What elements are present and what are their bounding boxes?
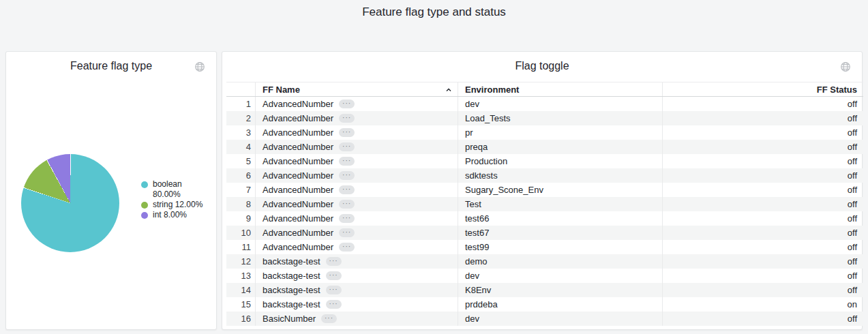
ff-name-text: AdvancedNumber (263, 140, 333, 154)
table-row: 3AdvancedNumber···proff (226, 125, 863, 140)
ff-status-cell: off (662, 226, 861, 240)
ff-name-text: AdvancedNumber (263, 168, 333, 183)
row-number-cell: 7 (226, 183, 255, 197)
row-number-cell: 12 (226, 254, 255, 269)
environment-cell: Test (458, 197, 662, 211)
row-number-cell: 9 (226, 211, 255, 226)
row-actions-ellipsis[interactable]: ··· (326, 286, 342, 294)
row-number-cell: 14 (226, 283, 255, 297)
row-actions-ellipsis[interactable]: ··· (326, 300, 342, 309)
ff-status-cell: off (662, 140, 861, 154)
legend-item-string[interactable]: string 12.00% (141, 200, 203, 210)
legend-item-int[interactable]: int 8.00% (141, 210, 203, 220)
row-actions-ellipsis[interactable]: ··· (339, 185, 355, 194)
row-number-cell: 3 (226, 125, 255, 140)
ff-name-text: backstage-test (263, 269, 320, 283)
pie-chart (21, 154, 119, 252)
table-row: 2AdvancedNumber···Load_Testsoff (226, 111, 863, 125)
row-actions-ellipsis[interactable]: ··· (339, 128, 355, 137)
table-row: 12backstage-test···demooff (226, 254, 863, 269)
column-header-ff-status[interactable]: FF Status (662, 82, 861, 96)
row-actions-ellipsis[interactable]: ··· (339, 142, 355, 151)
row-actions-ellipsis[interactable]: ··· (339, 114, 355, 123)
environment-cell: demo (458, 254, 662, 269)
row-actions-ellipsis[interactable]: ··· (321, 314, 337, 323)
ff-name-text: backstage-test (263, 297, 320, 312)
column-header-rownum (226, 82, 255, 96)
table-row: 11AdvancedNumber···test99off (226, 240, 863, 254)
ff-name-text: backstage-test (263, 283, 320, 297)
ff-name-text: AdvancedNumber (263, 183, 333, 197)
column-header-environment[interactable]: Environment (458, 82, 662, 96)
legend-color-dot (141, 181, 148, 188)
ff-name-cell: AdvancedNumber··· (255, 226, 458, 240)
row-number-cell: 4 (226, 140, 255, 154)
table-row: 13backstage-test···devoff (226, 269, 863, 283)
column-header-ff-name[interactable]: FF Name (255, 82, 458, 96)
environment-cell: pr (458, 125, 662, 140)
legend-color-dot (141, 202, 148, 209)
row-number-cell: 5 (226, 154, 255, 168)
ff-name-text: AdvancedNumber (263, 111, 333, 125)
table-header-row: FF Name Environment FF Status (226, 82, 863, 97)
ff-status-cell: off (662, 168, 861, 183)
ff-status-cell: off (662, 211, 861, 226)
table-row: 8AdvancedNumber···Testoff (226, 197, 863, 211)
table-row: 7AdvancedNumber···Sugary_Scone_Envoff (226, 183, 863, 197)
ff-name-cell: backstage-test··· (255, 283, 458, 297)
row-number-cell: 15 (226, 297, 255, 312)
environment-cell: test67 (458, 226, 662, 240)
ff-name-text: AdvancedNumber (263, 226, 333, 240)
panel-title: Feature flag type (6, 60, 216, 72)
ff-status-cell: off (662, 197, 861, 211)
environment-cell: test66 (458, 211, 662, 226)
sort-ascending-icon (445, 87, 452, 93)
row-number-cell: 10 (226, 226, 255, 240)
ff-name-cell: AdvancedNumber··· (255, 183, 458, 197)
row-actions-ellipsis[interactable]: ··· (326, 271, 342, 280)
globe-icon[interactable] (840, 61, 851, 72)
globe-icon[interactable] (194, 61, 205, 72)
table-row: 1AdvancedNumber···devoff (226, 97, 863, 111)
table-row: 9AdvancedNumber···test66off (226, 211, 863, 226)
environment-cell: Sugary_Scone_Env (458, 183, 662, 197)
ff-name-cell: AdvancedNumber··· (255, 111, 458, 125)
row-actions-ellipsis[interactable]: ··· (339, 100, 355, 108)
flag-table: FF Name Environment FF Status 1AdvancedN… (226, 82, 863, 326)
row-actions-ellipsis[interactable]: ··· (339, 171, 355, 180)
row-actions-ellipsis[interactable]: ··· (339, 243, 355, 252)
table-row: 4AdvancedNumber···preqaoff (226, 140, 863, 154)
ff-name-cell: BasicNumber··· (255, 312, 458, 326)
environment-cell: dev (458, 312, 662, 326)
row-actions-ellipsis[interactable]: ··· (339, 228, 355, 237)
ff-status-cell: off (662, 154, 861, 168)
environment-cell: prddeba (458, 297, 662, 312)
ff-name-cell: AdvancedNumber··· (255, 240, 458, 254)
row-number-cell: 6 (226, 168, 255, 183)
ff-name-cell: AdvancedNumber··· (255, 97, 458, 111)
pie-legend: boolean80.00%string 12.00%int 8.00% (141, 179, 203, 220)
row-actions-ellipsis[interactable]: ··· (339, 157, 355, 166)
legend-label: boolean80.00% (153, 179, 182, 200)
ff-name-cell: AdvancedNumber··· (255, 168, 458, 183)
table-row: 14backstage-test···K8Envoff (226, 283, 863, 297)
ff-name-text: AdvancedNumber (263, 197, 333, 211)
row-number-cell: 8 (226, 197, 255, 211)
ff-status-cell: off (662, 125, 861, 140)
ff-name-text: BasicNumber (263, 312, 316, 326)
row-number-cell: 13 (226, 269, 255, 283)
legend-color-dot (141, 212, 148, 219)
environment-cell: test99 (458, 240, 662, 254)
ff-name-text: AdvancedNumber (263, 240, 333, 254)
row-actions-ellipsis[interactable]: ··· (339, 214, 355, 223)
legend-label: string 12.00% (153, 200, 203, 210)
row-actions-ellipsis[interactable]: ··· (326, 257, 342, 266)
ff-name-cell: AdvancedNumber··· (255, 197, 458, 211)
row-number-cell: 16 (226, 312, 255, 326)
legend-item-boolean[interactable]: boolean80.00% (141, 179, 203, 200)
ff-name-text: AdvancedNumber (263, 125, 333, 140)
ff-name-cell: backstage-test··· (255, 297, 458, 312)
row-actions-ellipsis[interactable]: ··· (339, 200, 355, 209)
ff-name-text: AdvancedNumber (263, 97, 333, 111)
table-row: 5AdvancedNumber···Productionoff (226, 154, 863, 168)
